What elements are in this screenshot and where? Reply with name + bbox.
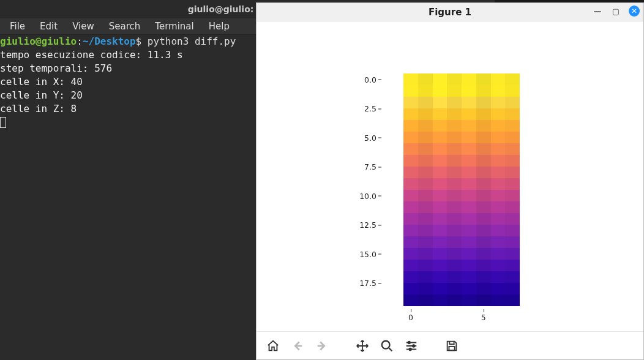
back-button[interactable] [288, 337, 307, 355]
heatmap-cell [433, 190, 447, 201]
figure-canvas[interactable]: 0.02.55.07.510.012.515.017.5 05 [256, 21, 643, 331]
heatmap-cell [418, 201, 433, 213]
heatmap-cell [418, 143, 433, 155]
y-tick-label: 7.5 [364, 162, 376, 171]
menu-edit[interactable]: Edit [34, 19, 64, 34]
heatmap-cell [433, 236, 447, 248]
heatmap-cell [447, 190, 462, 201]
heatmap-cell [491, 167, 506, 178]
heatmap-cell [418, 213, 433, 225]
heatmap-cell [476, 120, 491, 132]
heatmap-cell [491, 143, 506, 155]
svg-point-2 [413, 345, 415, 347]
subplots-button[interactable] [402, 337, 421, 355]
heatmap-cell [476, 178, 491, 190]
heatmap-cell [462, 97, 476, 108]
menu-terminal[interactable]: Terminal [149, 19, 200, 34]
heatmap-cell [505, 85, 520, 97]
home-icon [266, 339, 280, 353]
heatmap-cell [433, 271, 447, 283]
heatmap-cell [433, 108, 447, 120]
cursor-icon [0, 117, 6, 128]
heatmap-cell [505, 236, 520, 248]
heatmap-cell [476, 201, 491, 213]
y-tick-label: 10.0 [359, 191, 376, 200]
menu-view[interactable]: View [66, 19, 100, 34]
heatmap-cell [447, 120, 462, 132]
heatmap-cell [433, 213, 447, 225]
heatmap-cell [433, 97, 447, 108]
y-tick-label: 17.5 [359, 279, 376, 288]
heatmap-cell [418, 167, 433, 178]
svg-point-0 [382, 340, 390, 348]
menu-file[interactable]: File [4, 19, 31, 34]
heatmap-cell [433, 155, 447, 167]
heatmap-cell [491, 178, 506, 190]
heatmap-cell [403, 283, 418, 294]
maximize-button[interactable]: ▢ [610, 6, 621, 17]
heatmap-cell [491, 294, 506, 306]
heatmap-cell [505, 248, 520, 260]
heatmap-cell [418, 260, 433, 271]
heatmap-cell [476, 283, 491, 294]
heatmap-cell [505, 155, 520, 167]
heatmap-cell [403, 260, 418, 271]
heatmap-cell [418, 97, 433, 108]
save-icon [445, 339, 459, 353]
heatmap-cell [505, 271, 520, 283]
heatmap-cell [491, 236, 506, 248]
heatmap-cell [403, 97, 418, 108]
heatmap-cell [418, 108, 433, 120]
heatmap-cell [403, 132, 418, 143]
heatmap-cell [403, 73, 418, 85]
menu-search[interactable]: Search [103, 19, 147, 34]
heatmap-cell [403, 201, 418, 213]
heatmap-cell [476, 271, 491, 283]
heatmap-cell [491, 155, 506, 167]
svg-point-1 [408, 341, 411, 343]
minimize-button[interactable]: — [592, 6, 603, 17]
heatmap-cell [418, 271, 433, 283]
heatmap-cell [491, 132, 506, 143]
heatmap-cell [476, 190, 491, 201]
heatmap-cell [462, 236, 476, 248]
heatmap-cell [505, 190, 520, 201]
heatmap-cell [403, 225, 418, 236]
heatmap-cell [491, 225, 506, 236]
home-button[interactable] [264, 337, 282, 355]
zoom-button[interactable] [378, 337, 396, 355]
heatmap-cell [476, 213, 491, 225]
heatmap-cell [447, 283, 462, 294]
heatmap-cell [476, 248, 491, 260]
heatmap-cell [491, 97, 506, 108]
heatmap-cell [418, 73, 433, 85]
heatmap-cell [418, 236, 433, 248]
menu-help[interactable]: Help [203, 19, 236, 34]
heatmap-cell [505, 201, 520, 213]
figure-window: Figure 1 — ▢ ✕ 0.02.55.07.510.012.515.01… [256, 2, 644, 360]
heatmap-cell [462, 283, 476, 294]
y-tick-label: 0.0 [364, 75, 376, 84]
heatmap-cell [476, 132, 491, 143]
heatmap-cell [433, 120, 447, 132]
y-tick-label: 15.0 [359, 249, 376, 258]
y-tick-label: 12.5 [359, 220, 376, 230]
search-icon [380, 339, 394, 353]
heatmap-cell [447, 213, 462, 225]
save-button[interactable] [443, 337, 461, 355]
heatmap-cell [491, 201, 506, 213]
forward-button[interactable] [313, 337, 331, 355]
figure-titlebar[interactable]: Figure 1 — ▢ ✕ [256, 3, 643, 21]
heatmap-cell [476, 167, 491, 178]
figure-title: Figure 1 [429, 7, 471, 18]
heatmap-cell [447, 236, 462, 248]
pan-button[interactable] [353, 337, 372, 355]
prompt-userhost: giulio@giulio [0, 36, 77, 47]
heatmap-cell [447, 108, 462, 120]
heatmap-cell [447, 85, 462, 97]
heatmap-cell [476, 236, 491, 248]
heatmap-cell [403, 271, 418, 283]
close-button[interactable]: ✕ [629, 6, 640, 17]
heatmap-cell [447, 271, 462, 283]
heatmap-cell [403, 190, 418, 201]
